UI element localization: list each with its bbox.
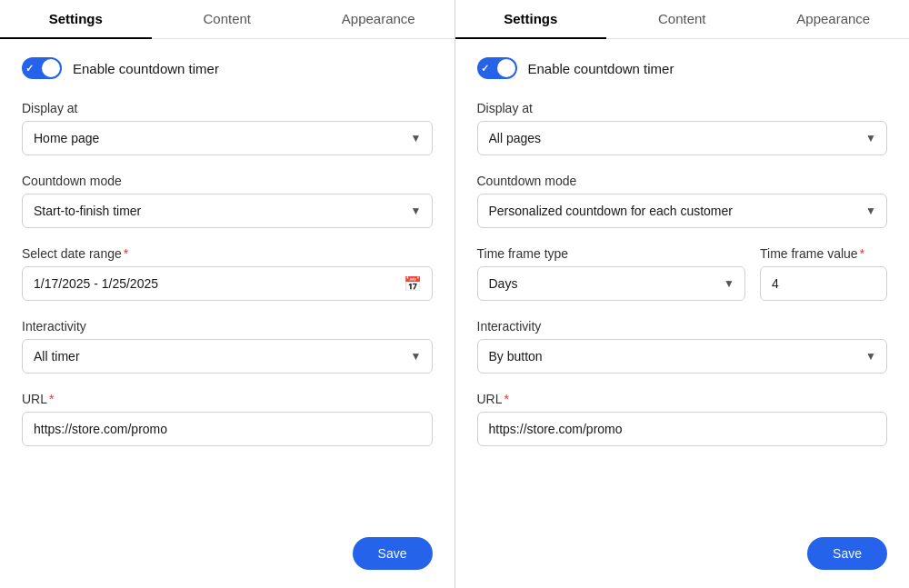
right-tab-appearance[interactable]: Appearance [758,0,910,39]
right-interactivity-group: Interactivity By button ▼ [477,319,888,374]
right-enable-toggle[interactable]: ✓ [477,57,517,79]
right-time-frame-value-label: Time frame value* [760,246,887,261]
left-interactivity-label: Interactivity [22,319,433,334]
right-url-required: * [504,392,509,406]
right-display-at-label: Display at [477,101,888,115]
right-display-at-wrapper: All pages ▼ [477,121,888,155]
right-countdown-mode-group: Countdown mode Personalized countdown fo… [477,174,888,228]
left-save-button[interactable]: Save [353,537,433,570]
left-tab-appearance[interactable]: Appearance [303,0,454,39]
left-countdown-mode-label: Countdown mode [22,174,433,188]
right-tab-settings[interactable]: Settings [455,0,607,39]
left-date-range-required: * [124,246,128,261]
left-toggle-label: Enable countdown timer [73,61,219,76]
left-display-at-select[interactable]: Home page [22,121,433,155]
right-time-frame-row: Time frame type Days ▼ Time frame value* [477,246,888,319]
right-toggle-row: ✓ Enable countdown timer [477,57,888,79]
left-toggle-row: ✓ Enable countdown timer [22,57,433,79]
right-time-frame-type-wrapper: Days ▼ [477,266,746,301]
left-tabs: Settings Content Appearance [0,0,454,39]
right-interactivity-select[interactable]: By button [477,339,888,374]
left-date-range-group: Select date range* 📅 [22,246,433,301]
right-panel-content: ✓ Enable countdown timer Display at All … [455,39,910,526]
left-url-required: * [49,392,54,406]
right-save-button[interactable]: Save [807,537,887,570]
left-date-range-label: Select date range* [22,246,433,261]
left-date-input-wrapper: 📅 [22,266,433,301]
right-time-frame-type-label: Time frame type [477,246,746,261]
right-countdown-mode-wrapper: Personalized countdown for each customer… [477,194,888,228]
right-display-at-select[interactable]: All pages [477,121,888,155]
right-countdown-mode-label: Countdown mode [477,174,888,188]
left-date-range-input[interactable] [22,266,433,301]
left-interactivity-select[interactable]: All timer [22,339,433,374]
right-toggle-checkmark: ✓ [481,63,489,75]
left-interactivity-wrapper: All timer ▼ [22,339,433,374]
right-url-input[interactable] [477,412,888,446]
right-time-frame-value-input[interactable] [760,266,887,301]
right-tabs: Settings Content Appearance [455,0,910,39]
right-time-frame-value-required: * [860,246,864,261]
right-save-row: Save [455,526,910,588]
right-display-at-group: Display at All pages ▼ [477,101,888,155]
left-enable-toggle[interactable]: ✓ [22,57,62,79]
left-display-at-group: Display at Home page ▼ [22,101,433,155]
left-countdown-mode-select[interactable]: Start-to-finish timer [22,194,433,228]
left-countdown-mode-group: Countdown mode Start-to-finish timer ▼ [22,174,433,228]
right-time-frame-value-group: Time frame value* [760,246,887,301]
left-display-at-wrapper: Home page ▼ [22,121,433,155]
right-countdown-mode-select[interactable]: Personalized countdown for each customer [477,194,888,228]
left-panel: Settings Content Appearance ✓ Enable cou… [0,0,454,588]
left-panel-content: ✓ Enable countdown timer Display at Home… [0,39,454,526]
right-time-frame-type-group: Time frame type Days ▼ [477,246,746,301]
left-tab-content[interactable]: Content [152,0,304,39]
right-interactivity-wrapper: By button ▼ [477,339,888,374]
left-toggle-checkmark: ✓ [25,63,34,75]
left-url-group: URL* [22,392,433,446]
right-url-group: URL* [477,392,888,446]
right-tab-content[interactable]: Content [606,0,758,39]
right-toggle-label: Enable countdown timer [528,61,674,76]
right-interactivity-label: Interactivity [477,319,888,334]
right-panel: Settings Content Appearance ✓ Enable cou… [455,0,910,588]
left-tab-settings[interactable]: Settings [0,0,152,39]
right-time-frame-type-select[interactable]: Days [477,266,746,301]
left-save-row: Save [0,526,454,588]
right-url-label: URL* [477,392,888,406]
right-toggle-knob [497,59,515,77]
left-display-at-label: Display at [22,101,433,115]
left-toggle-knob [42,59,60,77]
left-url-input[interactable] [22,412,433,446]
left-url-label: URL* [22,392,433,406]
left-interactivity-group: Interactivity All timer ▼ [22,319,433,374]
left-countdown-mode-wrapper: Start-to-finish timer ▼ [22,194,433,228]
